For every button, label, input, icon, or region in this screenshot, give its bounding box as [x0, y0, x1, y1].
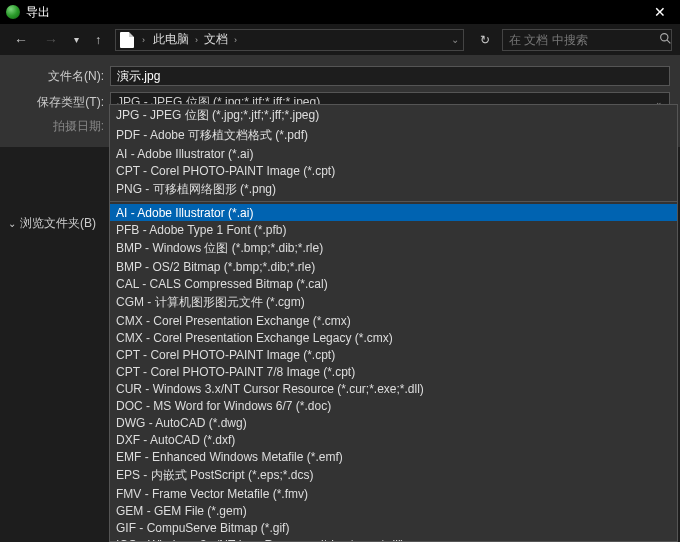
- filetype-option[interactable]: DXF - AutoCAD (*.dxf): [110, 431, 677, 448]
- nav-forward-button[interactable]: →: [38, 30, 64, 50]
- refresh-button[interactable]: ↻: [472, 33, 498, 47]
- filetype-option[interactable]: CPT - Corel PHOTO-PAINT 7/8 Image (*.cpt…: [110, 363, 677, 380]
- nav-dropdown-icon[interactable]: ▾: [68, 32, 85, 47]
- document-icon: [120, 32, 134, 48]
- filetype-option[interactable]: AI - Adobe Illustrator (*.ai): [110, 204, 677, 221]
- browse-folders-label: 浏览文件夹(B): [20, 215, 96, 232]
- filetype-option[interactable]: GEM - GEM File (*.gem): [110, 502, 677, 519]
- nav-back-button[interactable]: ←: [8, 30, 34, 50]
- filetype-option[interactable]: AI - Adobe Illustrator (*.ai): [110, 145, 677, 162]
- filetype-option[interactable]: BMP - Windows 位图 (*.bmp;*.dib;*.rle): [110, 238, 677, 258]
- address-bar[interactable]: › 此电脑 › 文档 › ⌄: [115, 29, 464, 51]
- chevron-right-icon: ›: [191, 35, 202, 45]
- filetype-option[interactable]: JPG - JPEG 位图 (*.jpg;*.jtf;*.jff;*.jpeg): [110, 105, 677, 125]
- window-title: 导出: [26, 4, 50, 21]
- filetype-option[interactable]: PNG - 可移植网络图形 (*.png): [110, 179, 677, 199]
- search-icon[interactable]: [659, 32, 672, 48]
- filetype-option[interactable]: ICO - Windows 3.x/NT Icon Resource (*.ic…: [110, 536, 677, 542]
- breadcrumb-docs[interactable]: 文档: [204, 31, 228, 48]
- svg-line-1: [667, 40, 670, 43]
- filetype-dropdown[interactable]: JPG - JPEG 位图 (*.jpg;*.jtf;*.jff;*.jpeg)…: [109, 104, 678, 542]
- filetype-option[interactable]: GIF - CompuServe Bitmap (*.gif): [110, 519, 677, 536]
- filetype-option[interactable]: PFB - Adobe Type 1 Font (*.pfb): [110, 221, 677, 238]
- breadcrumb-pc[interactable]: 此电脑: [153, 31, 189, 48]
- path-dropdown-icon[interactable]: ⌄: [451, 34, 459, 45]
- filetype-option[interactable]: CUR - Windows 3.x/NT Cursor Resource (*.…: [110, 380, 677, 397]
- filetype-option[interactable]: CMX - Corel Presentation Exchange (*.cmx…: [110, 312, 677, 329]
- filetype-option[interactable]: EPS - 内嵌式 PostScript (*.eps;*.dcs): [110, 465, 677, 485]
- titlebar: 导出 ✕: [0, 0, 680, 24]
- filetype-option[interactable]: DOC - MS Word for Windows 6/7 (*.doc): [110, 397, 677, 414]
- filetype-option[interactable]: CPT - Corel PHOTO-PAINT Image (*.cpt): [110, 346, 677, 363]
- filetype-option[interactable]: EMF - Enhanced Windows Metafile (*.emf): [110, 448, 677, 465]
- filetype-option[interactable]: PDF - Adobe 可移植文档格式 (*.pdf): [110, 125, 677, 145]
- chevron-right-icon: ›: [230, 35, 241, 45]
- nav-up-button[interactable]: ↑: [89, 31, 107, 49]
- filetype-option[interactable]: FMV - Frame Vector Metafile (*.fmv): [110, 485, 677, 502]
- filetype-option[interactable]: CMX - Corel Presentation Exchange Legacy…: [110, 329, 677, 346]
- filetype-option[interactable]: CGM - 计算机图形图元文件 (*.cgm): [110, 292, 677, 312]
- app-icon: [6, 5, 20, 19]
- search-input[interactable]: [509, 33, 659, 47]
- browse-folders-toggle[interactable]: ⌄ 浏览文件夹(B): [8, 215, 96, 232]
- date-label: 拍摄日期:: [10, 118, 110, 135]
- dropdown-separator: [110, 201, 677, 202]
- filetype-option[interactable]: CAL - CALS Compressed Bitmap (*.cal): [110, 275, 677, 292]
- chevron-right-icon: ›: [138, 35, 149, 45]
- filetype-option[interactable]: CPT - Corel PHOTO-PAINT Image (*.cpt): [110, 162, 677, 179]
- filename-input[interactable]: [110, 66, 670, 86]
- chevron-down-icon: ⌄: [8, 218, 16, 229]
- filetype-option[interactable]: DWG - AutoCAD (*.dwg): [110, 414, 677, 431]
- breadcrumb[interactable]: 此电脑 › 文档 ›: [153, 31, 241, 48]
- navbar: ← → ▾ ↑ › 此电脑 › 文档 › ⌄ ↻: [0, 24, 680, 56]
- filetype-label: 保存类型(T):: [10, 94, 110, 111]
- close-button[interactable]: ✕: [644, 2, 676, 22]
- filetype-option[interactable]: BMP - OS/2 Bitmap (*.bmp;*.dib;*.rle): [110, 258, 677, 275]
- search-bar[interactable]: [502, 29, 672, 51]
- filename-label: 文件名(N):: [10, 68, 110, 85]
- svg-point-0: [661, 33, 668, 40]
